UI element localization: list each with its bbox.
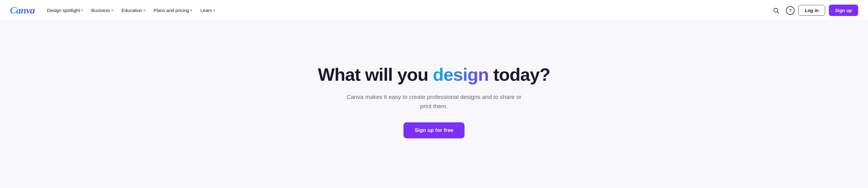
hero-title-highlight: design bbox=[433, 64, 489, 85]
nav-item-business[interactable]: Business ▾ bbox=[88, 5, 117, 15]
login-button[interactable]: Log in bbox=[798, 5, 825, 16]
hero-title-part2: today? bbox=[489, 64, 550, 85]
help-button[interactable]: ? bbox=[786, 6, 795, 15]
hero-title-part1: What will you bbox=[318, 64, 433, 85]
svg-line-1 bbox=[777, 12, 779, 13]
hero-signup-button[interactable]: Sign up for free bbox=[403, 122, 465, 138]
chevron-down-icon: ▾ bbox=[213, 9, 215, 12]
signup-button[interactable]: Sign up bbox=[829, 5, 858, 16]
main-nav: Canva Design spotlight ▾ Business ▾ Educ… bbox=[0, 0, 868, 21]
nav-item-learn[interactable]: Learn ▾ bbox=[197, 5, 219, 15]
nav-item-plans-pricing[interactable]: Plans and pricing ▾ bbox=[150, 5, 195, 15]
nav-item-label: Plans and pricing bbox=[154, 8, 189, 13]
nav-item-design-spotlight[interactable]: Design spotlight ▾ bbox=[43, 5, 86, 15]
logo[interactable]: Canva bbox=[10, 5, 35, 16]
chevron-down-icon: ▾ bbox=[190, 9, 192, 12]
chevron-down-icon: ▾ bbox=[144, 9, 145, 12]
hero-section: What will you design today? Canva makes … bbox=[0, 21, 868, 188]
logo-text: Canva bbox=[10, 5, 35, 16]
chevron-down-icon: ▾ bbox=[111, 9, 113, 12]
hero-subtitle: Canva makes it easy to create profession… bbox=[341, 92, 527, 111]
nav-item-label: Education bbox=[122, 8, 142, 13]
search-button[interactable] bbox=[770, 4, 782, 17]
hero-title: What will you design today? bbox=[318, 64, 550, 85]
nav-item-label: Design spotlight bbox=[47, 8, 80, 13]
nav-item-label: Business bbox=[91, 8, 110, 13]
nav-actions: ? Log in Sign up bbox=[770, 4, 858, 17]
chevron-down-icon: ▾ bbox=[81, 9, 83, 12]
help-icon: ? bbox=[789, 8, 792, 13]
nav-item-label: Learn bbox=[200, 8, 212, 13]
nav-item-education[interactable]: Education ▾ bbox=[118, 5, 149, 15]
nav-links: Design spotlight ▾ Business ▾ Education … bbox=[43, 5, 770, 15]
search-icon bbox=[773, 7, 779, 14]
